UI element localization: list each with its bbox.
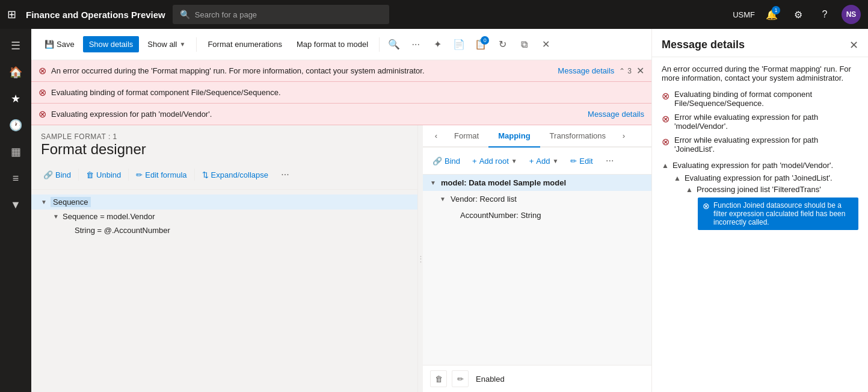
panel-content: ▼ Sequence ▼ Sequence = model.Vendor Str…	[31, 190, 417, 392]
sub-expand-header-2[interactable]: ▲ Processing joined list 'FilteredTrans'	[686, 184, 858, 195]
help-button[interactable]: ?	[815, 5, 834, 24]
side-panel-close-button[interactable]: ✕	[849, 39, 858, 52]
mapping-more-button[interactable]: ···	[600, 151, 620, 170]
map-format-button[interactable]: Map format to model	[291, 36, 374, 52]
open-button[interactable]: ⧉	[514, 35, 534, 54]
tab-transformations[interactable]: Transformations	[540, 125, 615, 146]
mapping-item-accountnumber[interactable]: AccountNumber: String	[423, 207, 651, 223]
avatar[interactable]: NS	[842, 5, 861, 24]
edit-formula-button[interactable]: ✏ Edit formula	[131, 168, 191, 182]
msg-text-3: Error while evaluating expression for pa…	[674, 135, 858, 154]
designer-area: SAMPLE FORMAT : 1 Format designer 🔗 Bind…	[31, 125, 651, 392]
error-icon-3: ⊗	[38, 108, 46, 120]
show-all-button[interactable]: Show all ▼	[141, 36, 191, 52]
sub-chevron-2: ▲	[686, 185, 693, 194]
show-all-chevron: ▼	[180, 41, 186, 48]
toolbar-separator-1	[196, 37, 197, 52]
sub-expand-2: ▲ Processing joined list 'FilteredTrans'…	[686, 184, 858, 230]
edit-formula-label: Edit formula	[145, 170, 186, 179]
mapping-content: ▼ model: Data model Sample model ▼ Vendo…	[423, 175, 651, 365]
tab-format[interactable]: Format	[445, 125, 488, 146]
error-count: ⌃ 3	[619, 67, 632, 75]
connect-button[interactable]: ✦	[428, 35, 447, 54]
error-banner-1: ⊗ An error occurred during the 'Format m…	[31, 60, 651, 82]
mapping-bind-icon: 🔗	[432, 157, 442, 166]
expand-collapse-button[interactable]: ⇅ Expand/collapse	[197, 168, 273, 182]
save-button[interactable]: 💾 Save	[38, 36, 81, 52]
mapping-item-vendor[interactable]: ▼ Vendor: Record list	[423, 191, 651, 207]
more-options-button[interactable]: ···	[406, 35, 425, 54]
format-enumerations-label: Format enumerations	[208, 40, 282, 49]
grid-icon[interactable]: ⊞	[7, 8, 16, 21]
show-details-label: Show details	[89, 40, 134, 49]
sidebar-recent-icon[interactable]: 🕐	[4, 113, 28, 137]
save-icon: 💾	[45, 40, 54, 49]
badge-button[interactable]: 📋 0	[471, 35, 490, 54]
sidebar-favorite-icon[interactable]: ★	[4, 87, 28, 111]
add-root-chevron: ▼	[511, 158, 517, 164]
error-highlight-box: ⊗ Function Joined datasource should be a…	[698, 198, 858, 230]
message-details-link-3[interactable]: Message details	[588, 110, 644, 119]
close-button[interactable]: ✕	[536, 35, 555, 54]
tree-item-string[interactable]: String = @.AccountNumber	[31, 223, 417, 237]
sub-expand-header-1[interactable]: ▲ Evaluating expression for path 'Joined…	[674, 172, 858, 184]
settings-button[interactable]: ⚙	[789, 5, 808, 24]
panel-title: Format designer	[41, 141, 408, 158]
sidebar-workspaces-icon[interactable]: ▦	[4, 140, 28, 164]
sidebar-filter-icon[interactable]: ▼	[4, 193, 28, 217]
search-icon: 🔍	[180, 10, 190, 19]
tool-sep-3	[194, 169, 195, 181]
tab-transformations-label: Transformations	[550, 131, 606, 140]
map-format-label: Map format to model	[297, 40, 368, 49]
expand-icon: ⇅	[202, 170, 209, 179]
mapping-add-root-button[interactable]: + Add root ▼	[467, 154, 522, 168]
sync-button[interactable]: 📄	[449, 35, 469, 54]
tree-item-sequence[interactable]: ▼ Sequence	[31, 194, 417, 210]
left-sidebar: ☰ 🏠 ★ 🕐 ▦ ≡ ▼	[0, 29, 31, 392]
panel-subtitle: SAMPLE FORMAT : 1	[41, 132, 408, 141]
search-toolbar-button[interactable]: 🔍	[384, 35, 404, 54]
refresh-button[interactable]: ↻	[493, 35, 512, 54]
tree-label-1: Sequence	[51, 197, 91, 207]
message-details-link-1[interactable]: Message details	[558, 66, 614, 75]
sidebar-modules-icon[interactable]: ≡	[4, 166, 28, 190]
sidebar-home-icon[interactable]: 🏠	[4, 60, 28, 84]
tab-nav-right[interactable]: ›	[615, 128, 632, 145]
delete-button[interactable]: 🗑	[430, 370, 447, 387]
search-bar[interactable]: 🔍 Search for a page	[173, 5, 389, 24]
tab-mapping[interactable]: Mapping	[488, 125, 540, 148]
mapping-edit-button[interactable]: ✏ Edit	[565, 154, 597, 168]
mapping-item-model[interactable]: ▼ model: Data model Sample model	[423, 175, 651, 191]
error-close-1[interactable]: ✕	[636, 65, 644, 76]
tab-mapping-label: Mapping	[498, 131, 530, 140]
badge-count: 0	[481, 36, 489, 45]
tree-item-sequence-vendor[interactable]: ▼ Sequence = model.Vendor	[31, 210, 417, 223]
expand-title-1: Evaluating expression for path 'model/Ve…	[673, 161, 833, 170]
edit-bottom-button[interactable]: ✏	[452, 370, 469, 387]
show-all-label: Show all	[147, 40, 177, 49]
add-plus-icon: +	[529, 157, 534, 166]
mapping-bind-button[interactable]: 🔗 Bind	[428, 154, 465, 168]
notifications-button[interactable]: 🔔 1	[762, 5, 781, 24]
sub-expand-1: ▲ Evaluating expression for path 'Joined…	[674, 172, 858, 230]
sidebar-menu-icon[interactable]: ☰	[4, 34, 28, 58]
bind-button[interactable]: 🔗 Bind	[38, 168, 76, 182]
left-panel-more[interactable]: ···	[275, 165, 295, 184]
show-details-button[interactable]: Show details	[83, 36, 140, 52]
expand-section-1: ▲ Evaluating expression for path 'model/…	[662, 158, 858, 230]
toolbar: 💾 Save Show details Show all ▼ Format en…	[31, 29, 651, 60]
sub-expand-body-1: ▲ Processing joined list 'FilteredTrans'…	[686, 184, 858, 230]
unbind-label: Unbind	[96, 170, 121, 179]
format-enumerations-button[interactable]: Format enumerations	[202, 36, 288, 52]
tab-nav-left[interactable]: ‹	[428, 128, 445, 145]
nav-right: USMF 🔔 1 ⚙ ? NS	[733, 5, 861, 24]
right-panel: ‹ Format Mapping Transformations › 🔗	[423, 125, 651, 392]
unbind-button[interactable]: 🗑 Unbind	[81, 168, 126, 182]
expand-header-1[interactable]: ▲ Evaluating expression for path 'model/…	[662, 158, 858, 172]
expand-collapse-label: Expand/collapse	[211, 170, 268, 179]
side-panel-header: Message details ✕	[652, 29, 868, 57]
mapping-add-button[interactable]: + Add ▼	[525, 154, 564, 168]
panel-divider[interactable]: ⋮	[418, 125, 423, 392]
panel-header: SAMPLE FORMAT : 1 Format designer	[31, 125, 417, 160]
collapse-icon: ⌃	[619, 67, 625, 75]
